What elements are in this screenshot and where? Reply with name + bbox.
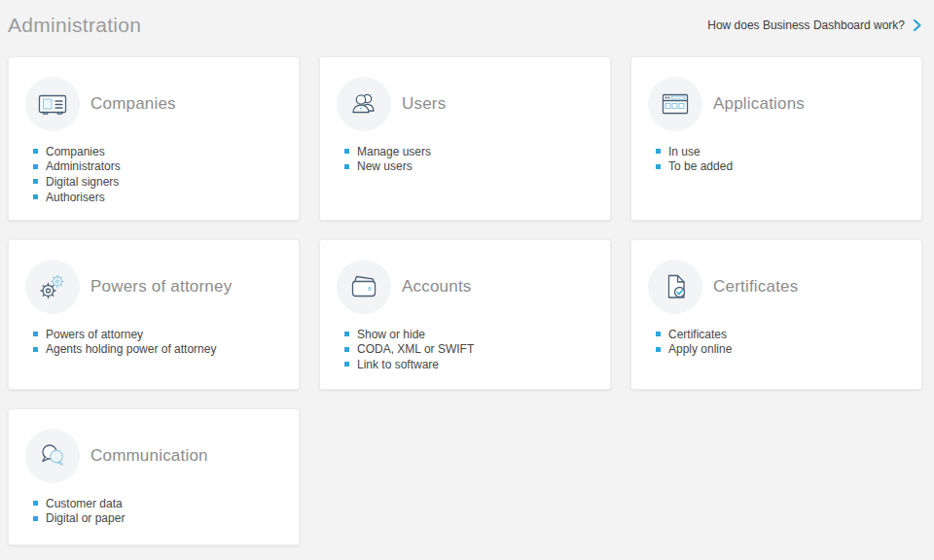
card-accounts-head: Accounts — [337, 260, 593, 314]
card-applications-head: Applications — [648, 77, 904, 131]
link-label: Link to software — [357, 358, 439, 371]
bullet-square-icon — [656, 347, 661, 352]
link-new-users[interactable]: New users — [344, 159, 593, 175]
link-apply-online[interactable]: Apply online — [656, 342, 904, 358]
link-label: New users — [357, 159, 413, 173]
bullet-square-icon — [33, 194, 38, 199]
card-powers-of-attorney-links: Powers of attorney Agents holding power … — [33, 327, 281, 357]
card-powers-of-attorney-title: Powers of attorney — [90, 277, 232, 297]
powers-of-attorney-icon-circle — [25, 260, 80, 314]
bullet-square-icon — [33, 179, 38, 184]
users-icon-circle — [337, 77, 391, 131]
bullet-square-icon — [656, 164, 661, 169]
card-companies-head: Companies — [25, 77, 281, 131]
card-companies[interactable]: Companies Companies Administrators Digit… — [8, 56, 300, 221]
card-powers-of-attorney[interactable]: Powers of attorney Powers of attorney Ag… — [8, 239, 300, 390]
bullet-square-icon — [33, 332, 38, 336]
card-communication[interactable]: Communication Customer data Digital or p… — [8, 408, 300, 545]
communication-icon-circle — [25, 429, 80, 483]
card-users[interactable]: Users Manage users New users — [319, 56, 611, 221]
card-users-title: Users — [402, 94, 446, 114]
speech-bubbles-icon — [35, 438, 70, 473]
card-users-head: Users — [337, 77, 593, 131]
link-label: Manage users — [357, 145, 431, 158]
card-communication-title: Communication — [90, 446, 208, 466]
card-companies-title: Companies — [90, 94, 176, 114]
link-label: Digital signers — [46, 175, 119, 189]
link-powers-of-attorney[interactable]: Powers of attorney — [33, 327, 281, 342]
applications-icon-circle — [648, 77, 702, 131]
link-show-or-hide[interactable]: Show or hide — [344, 327, 593, 342]
link-label: Show or hide — [357, 328, 425, 341]
card-certificates-links: Certificates Apply online — [656, 327, 904, 357]
link-digital-signers[interactable]: Digital signers — [33, 174, 281, 190]
bullet-square-icon — [33, 347, 38, 352]
card-certificates[interactable]: Certificates Certificates Apply online — [630, 239, 922, 390]
cards-grid: Companies Companies Administrators Digit… — [8, 56, 922, 545]
link-label: Powers of attorney — [46, 328, 143, 341]
administration-page: Administration How does Business Dashboa… — [0, 0, 934, 545]
card-applications[interactable]: Applications In use To be added — [630, 56, 922, 221]
link-agents-holding-power[interactable]: Agents holding power of attorney — [33, 342, 281, 358]
companies-icon-circle — [25, 77, 80, 131]
chevron-right-icon — [912, 18, 922, 32]
card-companies-links: Companies Administrators Digital signers… — [33, 144, 281, 204]
link-link-to-software[interactable]: Link to software — [344, 357, 593, 372]
link-authorisers[interactable]: Authorisers — [33, 190, 281, 205]
bullet-square-icon — [344, 332, 349, 336]
bullet-square-icon — [656, 149, 661, 154]
card-users-links: Manage users New users — [344, 144, 593, 174]
card-communication-links: Customer data Digital or paper — [33, 496, 281, 526]
bullet-square-icon — [33, 164, 38, 169]
card-certificates-head: Certificates — [648, 260, 904, 314]
card-accounts-links: Show or hide CODA, XML or SWIFT Link to … — [344, 327, 593, 372]
link-label: In use — [668, 145, 700, 158]
bullet-square-icon — [344, 149, 349, 154]
link-label: Companies — [46, 145, 105, 158]
bullet-square-icon — [344, 362, 349, 367]
page-title: Administration — [8, 14, 141, 37]
gears-icon — [35, 269, 70, 304]
link-companies[interactable]: Companies — [33, 144, 281, 159]
card-accounts-title: Accounts — [402, 277, 472, 297]
link-certificates[interactable]: Certificates — [656, 327, 904, 342]
link-manage-users[interactable]: Manage users — [344, 144, 593, 159]
users-icon — [346, 87, 381, 122]
certificates-icon-circle — [648, 260, 702, 314]
link-customer-data[interactable]: Customer data — [33, 496, 281, 511]
wallet-icon — [346, 269, 381, 304]
link-administrators[interactable]: Administrators — [33, 159, 281, 175]
link-label: Authorisers — [46, 191, 105, 204]
company-card-icon — [35, 87, 70, 122]
bullet-square-icon — [344, 347, 349, 352]
link-label: To be added — [668, 159, 733, 173]
certificate-check-icon — [658, 269, 693, 304]
link-label: Digital or paper — [46, 511, 125, 525]
help-link[interactable]: How does Business Dashboard work? — [707, 18, 922, 32]
link-label: Agents holding power of attorney — [46, 342, 216, 356]
link-to-be-added[interactable]: To be added — [656, 159, 904, 175]
card-powers-of-attorney-head: Powers of attorney — [25, 260, 281, 314]
bullet-square-icon — [33, 501, 38, 506]
page-header: Administration How does Business Dashboa… — [8, 12, 922, 39]
link-label: Apply online — [668, 342, 732, 356]
bullet-square-icon — [344, 164, 349, 169]
card-accounts[interactable]: Accounts Show or hide CODA, XML or SWIFT… — [319, 239, 611, 390]
card-applications-links: In use To be added — [656, 144, 904, 174]
link-label: Customer data — [46, 497, 123, 510]
bullet-square-icon — [656, 332, 661, 336]
link-label: Certificates — [668, 328, 727, 341]
card-certificates-title: Certificates — [713, 277, 798, 297]
link-coda-xml-swift[interactable]: CODA, XML or SWIFT — [344, 342, 593, 358]
accounts-icon-circle — [337, 260, 391, 314]
link-label: Administrators — [46, 159, 121, 173]
bullet-square-icon — [33, 149, 38, 154]
help-link-label: How does Business Dashboard work? — [707, 18, 905, 32]
link-in-use[interactable]: In use — [656, 144, 904, 159]
card-applications-title: Applications — [713, 94, 805, 114]
card-communication-head: Communication — [25, 429, 281, 483]
bullet-square-icon — [33, 516, 38, 521]
application-window-icon — [658, 87, 693, 122]
link-digital-or-paper[interactable]: Digital or paper — [33, 511, 281, 527]
link-label: CODA, XML or SWIFT — [357, 342, 474, 356]
